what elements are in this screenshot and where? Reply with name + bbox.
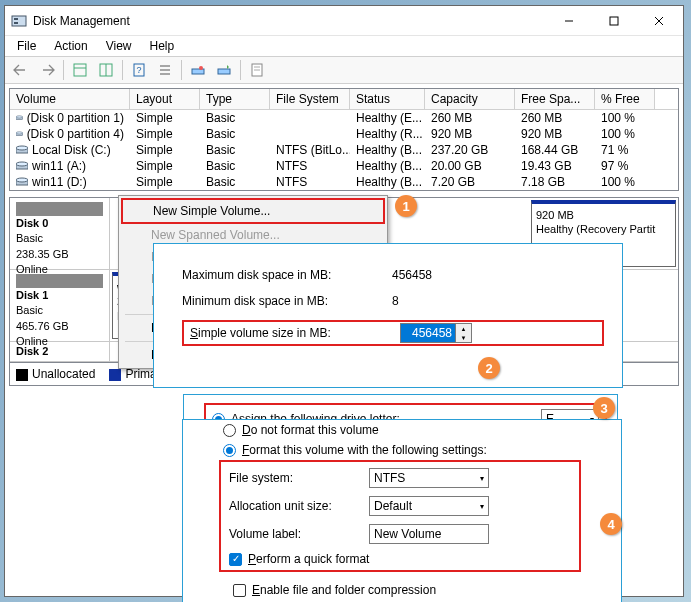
svg-rect-2 (14, 22, 18, 24)
svg-point-29 (16, 162, 28, 166)
svg-rect-18 (218, 69, 230, 74)
no-format-radio[interactable] (223, 424, 236, 437)
callout-1: 1 (395, 195, 417, 217)
minimize-button[interactable] (546, 7, 591, 35)
column-headers: Volume Layout Type File System Status Ca… (10, 89, 678, 110)
menu-view[interactable]: View (98, 37, 140, 55)
col-fs[interactable]: File System (270, 89, 350, 109)
format-panel: Do not format this volume Format this vo… (182, 419, 622, 602)
help-button[interactable]: ? (127, 59, 151, 81)
svg-rect-0 (12, 16, 26, 26)
back-button[interactable] (9, 59, 33, 81)
col-status[interactable]: Status (350, 89, 425, 109)
svg-point-17 (199, 66, 203, 70)
col-pct[interactable]: % Free (595, 89, 655, 109)
svg-point-27 (16, 146, 28, 150)
table-row[interactable]: (Disk 0 partition 4)SimpleBasicHealthy (… (10, 126, 678, 142)
au-select[interactable]: Default▾ (369, 496, 489, 516)
volume-size-input[interactable]: ▲▼ (400, 323, 472, 343)
toolbar: ? (5, 56, 683, 84)
menu-file[interactable]: File (9, 37, 44, 55)
svg-rect-7 (74, 64, 86, 76)
quick-format-label: Perform a quick format (248, 552, 369, 566)
quick-format-checkbox[interactable] (229, 553, 242, 566)
volume-size-field[interactable] (400, 323, 456, 343)
col-capacity[interactable]: Capacity (425, 89, 515, 109)
menu-action[interactable]: Action (46, 37, 95, 55)
table-row[interactable]: Local Disk (C:)SimpleBasicNTFS (BitLo...… (10, 142, 678, 158)
callout-4: 4 (600, 513, 622, 535)
min-space-value: 8 (392, 294, 399, 308)
au-label: Allocation unit size: (229, 499, 369, 513)
max-space-value: 456458 (392, 268, 432, 282)
table-row[interactable]: (Disk 0 partition 1)SimpleBasicHealthy (… (10, 110, 678, 126)
format-radio[interactable] (223, 444, 236, 457)
maximize-button[interactable] (591, 7, 636, 35)
window-title: Disk Management (33, 14, 546, 28)
disk-name: Disk 2 (16, 345, 48, 357)
compression-checkbox[interactable] (233, 584, 246, 597)
forward-button[interactable] (35, 59, 59, 81)
format-label: Format this volume with the following se… (242, 443, 487, 457)
toolbar-view2[interactable] (94, 59, 118, 81)
svg-rect-16 (192, 69, 204, 74)
titlebar: Disk Management (5, 6, 683, 36)
toolbar-view1[interactable] (68, 59, 92, 81)
min-space-label: Minimum disk space in MB: (182, 294, 392, 308)
max-space-label: Maximum disk space in MB: (182, 268, 392, 282)
menu-help[interactable]: Help (142, 37, 183, 55)
table-row[interactable]: win11 (A:)SimpleBasicNTFSHealthy (B...20… (10, 158, 678, 174)
col-volume[interactable]: Volume (10, 89, 130, 109)
callout-2: 2 (478, 357, 500, 379)
chevron-down-icon: ▾ (480, 474, 484, 483)
table-row[interactable]: win11 (D:)SimpleBasicNTFSHealthy (B...7.… (10, 174, 678, 190)
toolbar-action2[interactable] (212, 59, 236, 81)
toolbar-props[interactable] (245, 59, 269, 81)
col-type[interactable]: Type (200, 89, 270, 109)
toolbar-action1[interactable] (186, 59, 210, 81)
svg-rect-1 (14, 18, 18, 20)
disk-name: Disk 0 (16, 217, 48, 229)
menu-bar: File Action View Help (5, 36, 683, 56)
no-format-label: Do not format this volume (242, 423, 379, 437)
svg-rect-4 (610, 17, 618, 25)
spin-down[interactable]: ▼ (456, 333, 471, 342)
toolbar-list[interactable] (153, 59, 177, 81)
app-icon (11, 13, 27, 29)
col-layout[interactable]: Layout (130, 89, 200, 109)
spin-up[interactable]: ▲ (456, 324, 471, 333)
volume-size-label: Simple volume size in MB: (190, 326, 400, 340)
menu-new-simple-volume[interactable]: New Simple Volume... (121, 198, 385, 224)
compression-label: Enable file and folder compression (252, 583, 436, 597)
svg-point-31 (16, 178, 28, 182)
fs-label: File system: (229, 471, 369, 485)
svg-point-25 (16, 132, 23, 134)
volume-list: Volume Layout Type File System Status Ca… (9, 88, 679, 191)
svg-text:?: ? (136, 65, 141, 75)
volume-label-input[interactable] (369, 524, 489, 544)
fs-select[interactable]: NTFS▾ (369, 468, 489, 488)
disk-name: Disk 1 (16, 289, 48, 301)
volume-size-panel: Maximum disk space in MB:456458 Minimum … (153, 243, 623, 388)
svg-point-23 (16, 116, 23, 118)
callout-3: 3 (593, 397, 615, 419)
close-button[interactable] (636, 7, 681, 35)
col-free[interactable]: Free Spa... (515, 89, 595, 109)
vl-label: Volume label: (229, 527, 369, 541)
chevron-down-icon: ▾ (480, 502, 484, 511)
